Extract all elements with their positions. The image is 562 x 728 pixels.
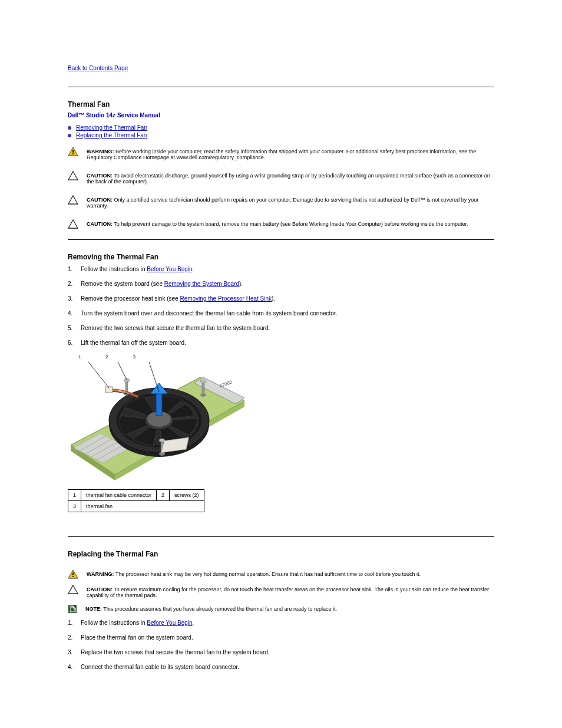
page-title: Thermal Fan xyxy=(68,100,494,108)
svg-marker-4 xyxy=(68,196,78,204)
caution-icon xyxy=(68,585,78,594)
note-block: NOTE: This procedure assumes that you ha… xyxy=(68,604,494,614)
back-to-contents-link[interactable]: Back to Contents Page xyxy=(68,65,128,71)
toc: Removing the Thermal Fan Replacing the T… xyxy=(68,124,494,139)
callout-1: 1 xyxy=(78,354,104,360)
caution-block: CAUTION: To ensure maximum cooling for t… xyxy=(68,585,494,598)
table-row: 3 thermal fan xyxy=(68,501,204,512)
svg-rect-22 xyxy=(156,392,162,416)
divider xyxy=(68,536,494,537)
divider xyxy=(68,87,494,87)
steps-remove: 1.Follow the instructions in Before You … xyxy=(68,266,494,346)
svg-marker-3 xyxy=(68,172,78,180)
caution-icon xyxy=(68,219,78,229)
legend-table: 1 thermal fan cable connector 2 screws (… xyxy=(68,489,204,512)
step-link-begin-2[interactable]: Before You Begin xyxy=(147,620,192,626)
svg-line-35 xyxy=(118,362,127,380)
warning-block: WARNING: Before working inside your comp… xyxy=(68,147,494,160)
step-link-sysboard[interactable]: Removing the System Board xyxy=(164,281,239,287)
svg-point-26 xyxy=(124,378,130,382)
step-link-heatsink[interactable]: Removing the Processor Heat Sink xyxy=(180,295,272,302)
note-icon xyxy=(68,604,77,614)
step-link-begin[interactable]: Before You Begin xyxy=(147,266,192,272)
warning-icon xyxy=(68,569,78,579)
caution-block: CAUTION: To avoid electrostatic discharg… xyxy=(68,171,494,185)
caution-block: CAUTION: Only a certified service techni… xyxy=(68,195,494,209)
manual-title: Dell™ Studio 14z Service Manual xyxy=(68,112,494,118)
table-row: 1 thermal fan cable connector 2 screws (… xyxy=(68,490,204,501)
svg-line-34 xyxy=(88,362,109,388)
fan-diagram: 1 2 3 AT060 xyxy=(68,354,494,483)
toc-link-replace[interactable]: Replacing the Thermal Fan xyxy=(76,132,147,139)
caution-icon xyxy=(68,171,78,180)
callout-2: 2 xyxy=(105,354,131,360)
warning-icon xyxy=(68,147,78,156)
toc-link-remove[interactable]: Removing the Thermal Fan xyxy=(76,124,147,131)
warning-block: WARNING: The processor heat sink may be … xyxy=(68,569,494,579)
section-heading-remove: Removing the Thermal Fan xyxy=(68,253,494,261)
warning-text: WARNING: Before working inside your comp… xyxy=(87,147,494,160)
svg-rect-28 xyxy=(202,381,204,394)
warning-text: WARNING: The processor heat sink may be … xyxy=(87,569,494,577)
fan-illustration: AT060 xyxy=(68,360,244,483)
svg-text:AT060: AT060 xyxy=(219,379,233,389)
svg-rect-40 xyxy=(72,576,74,577)
svg-marker-41 xyxy=(68,585,78,594)
divider xyxy=(68,239,494,240)
caution-block: CAUTION: To help prevent damage to the s… xyxy=(68,219,494,229)
svg-marker-5 xyxy=(68,220,78,228)
svg-point-29 xyxy=(200,380,206,383)
caution-icon xyxy=(68,195,78,205)
steps-replace: 1.Follow the instructions in Before You … xyxy=(68,620,494,670)
caution-text: CAUTION: To avoid electrostatic discharg… xyxy=(87,171,494,185)
svg-rect-39 xyxy=(72,572,74,575)
svg-rect-1 xyxy=(72,150,74,152)
caution-text: CAUTION: To help prevent damage to the s… xyxy=(87,219,494,227)
caution-text: CAUTION: To ensure maximum cooling for t… xyxy=(87,585,494,598)
note-text: NOTE: This procedure assumes that you ha… xyxy=(85,604,494,612)
svg-rect-2 xyxy=(72,153,74,154)
bullet-icon xyxy=(68,126,71,130)
svg-line-36 xyxy=(149,362,159,392)
callout-3: 3 xyxy=(133,354,158,360)
caution-text: CAUTION: Only a certified service techni… xyxy=(87,195,494,209)
bullet-icon xyxy=(68,134,71,137)
section-heading-replace: Replacing the Thermal Fan xyxy=(68,550,494,558)
